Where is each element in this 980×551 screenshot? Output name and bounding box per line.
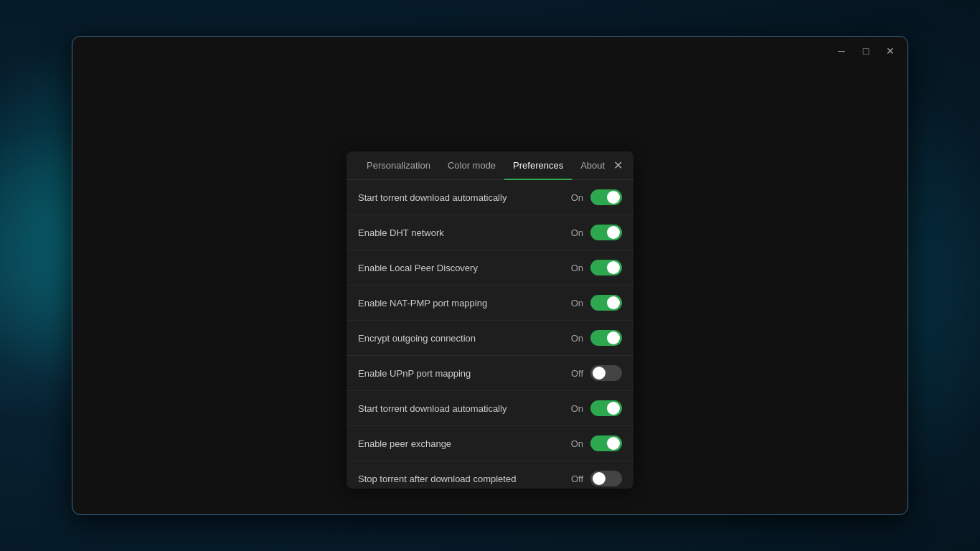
toggle-knob xyxy=(607,402,620,415)
setting-label-start-torrent-auto-1: Start torrent download automatically xyxy=(358,192,569,203)
toggle-knob xyxy=(607,191,620,204)
setting-row-enable-peer-exchange: Enable peer exchange On xyxy=(347,426,633,461)
setting-row-enable-dht: Enable DHT network On xyxy=(347,215,633,250)
setting-label-enable-upnp: Enable UPnP port mapping xyxy=(358,368,569,379)
setting-label-enable-dht: Enable DHT network xyxy=(358,227,569,238)
setting-label-stop-torrent-after-download: Stop torrent after download completed xyxy=(358,474,569,484)
setting-label-enable-nat-pmp: Enable NAT-PMP port mapping xyxy=(358,298,569,309)
app-window: ─ □ ✕ Personalization Color mode Prefere… xyxy=(72,36,908,515)
setting-row-enable-nat-pmp: Enable NAT-PMP port mapping On xyxy=(347,286,633,321)
minimize-button[interactable]: ─ xyxy=(831,41,852,61)
toggle-knob xyxy=(607,296,620,309)
title-bar-controls: ─ □ ✕ xyxy=(831,41,900,61)
dialog-tabs: Personalization Color mode Preferences A… xyxy=(347,151,633,180)
toggle-knob xyxy=(593,472,606,485)
setting-label-start-torrent-auto-2: Start torrent download automatically xyxy=(358,403,569,414)
toggle-encrypt-outgoing[interactable] xyxy=(590,330,622,346)
setting-label-encrypt-outgoing: Encrypt outgoing connection xyxy=(358,333,569,344)
setting-row-stop-torrent-after-download: Stop torrent after download completed Of… xyxy=(347,461,633,489)
setting-status-start-torrent-auto-1: On xyxy=(569,192,583,203)
toggle-enable-dht[interactable] xyxy=(590,225,622,240)
toggle-knob xyxy=(607,331,620,344)
setting-status-enable-peer-exchange: On xyxy=(569,438,583,449)
toggle-knob xyxy=(607,437,620,450)
tab-about[interactable]: About xyxy=(572,151,613,179)
setting-status-encrypt-outgoing: On xyxy=(569,333,583,344)
setting-status-stop-torrent-after-download: Off xyxy=(569,474,583,484)
toggle-enable-local-peer[interactable] xyxy=(590,260,622,276)
dialog-content: Start torrent download automatically On … xyxy=(347,180,633,489)
toggle-knob xyxy=(593,367,606,380)
setting-label-enable-local-peer: Enable Local Peer Discovery xyxy=(358,263,569,273)
toggle-knob xyxy=(607,226,620,239)
toggle-enable-peer-exchange[interactable] xyxy=(590,435,622,451)
setting-row-enable-upnp: Enable UPnP port mapping Off xyxy=(347,356,633,391)
setting-status-enable-upnp: Off xyxy=(569,368,583,379)
setting-row-encrypt-outgoing: Encrypt outgoing connection On xyxy=(347,321,633,356)
dialog-close-button[interactable]: ✕ xyxy=(613,157,623,174)
tab-color-mode[interactable]: Color mode xyxy=(439,151,504,179)
toggle-enable-upnp[interactable] xyxy=(590,365,622,381)
setting-status-enable-dht: On xyxy=(569,227,583,238)
tab-personalization[interactable]: Personalization xyxy=(358,151,439,179)
tab-preferences[interactable]: Preferences xyxy=(504,151,572,179)
toggle-start-torrent-auto-1[interactable] xyxy=(590,189,622,205)
toggle-knob xyxy=(607,261,620,274)
toggle-enable-nat-pmp[interactable] xyxy=(590,295,622,311)
maximize-button[interactable]: □ xyxy=(856,41,876,61)
setting-status-enable-nat-pmp: On xyxy=(569,298,583,309)
setting-row-enable-local-peer: Enable Local Peer Discovery On xyxy=(347,250,633,286)
toggle-stop-torrent-after-download[interactable] xyxy=(590,471,622,486)
close-window-button[interactable]: ✕ xyxy=(880,41,900,61)
setting-label-enable-peer-exchange: Enable peer exchange xyxy=(358,438,569,449)
settings-dialog: Personalization Color mode Preferences A… xyxy=(347,151,633,489)
setting-status-start-torrent-auto-2: On xyxy=(569,403,583,414)
setting-status-enable-local-peer: On xyxy=(569,263,583,273)
setting-row-start-torrent-auto-1: Start torrent download automatically On xyxy=(347,180,633,215)
setting-row-start-torrent-auto-2: Start torrent download automatically On xyxy=(347,391,633,426)
toggle-start-torrent-auto-2[interactable] xyxy=(590,400,622,416)
title-bar: ─ □ ✕ xyxy=(72,37,908,65)
